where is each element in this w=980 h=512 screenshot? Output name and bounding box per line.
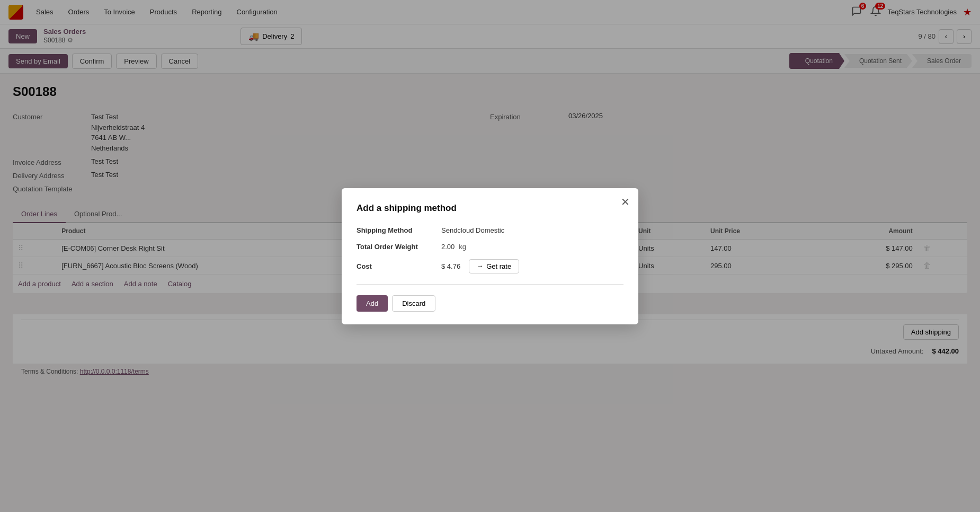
modal-overlay[interactable]: Add a shipping method ✕ Shipping Method … [0, 0, 980, 511]
shipping-method-value[interactable]: Sendcloud Domestic [441, 226, 504, 234]
cost-row: Cost $ 4.76 → Get rate [357, 259, 623, 273]
modal-actions: Add Discard [357, 295, 623, 312]
modal-add-button[interactable]: Add [357, 295, 388, 312]
modal-discard-button[interactable]: Discard [392, 295, 435, 312]
cost-value[interactable]: $ 4.76 [441, 262, 460, 270]
total-weight-value[interactable]: 2.00 [441, 243, 455, 251]
total-weight-label: Total Order Weight [357, 243, 441, 251]
weight-unit-label: kg [459, 243, 466, 251]
shipping-method-label: Shipping Method [357, 226, 441, 234]
get-rate-button[interactable]: → Get rate [469, 259, 519, 273]
modal-close-button[interactable]: ✕ [621, 197, 630, 207]
modal-title: Add a shipping method [357, 203, 623, 214]
shipping-method-row: Shipping Method Sendcloud Domestic [357, 226, 623, 234]
arrow-right-icon: → [477, 262, 483, 270]
add-shipping-modal: Add a shipping method ✕ Shipping Method … [342, 188, 638, 324]
total-weight-row: Total Order Weight 2.00 kg [357, 243, 623, 251]
modal-divider [357, 284, 623, 285]
get-rate-label: Get rate [486, 262, 511, 270]
cost-label: Cost [357, 262, 441, 270]
